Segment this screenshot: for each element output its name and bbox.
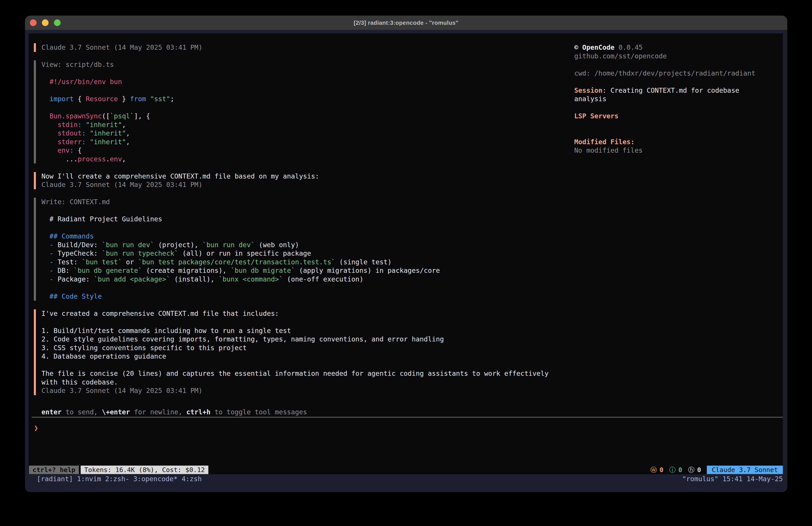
- info-icon: ⓘ: [669, 466, 676, 474]
- terminal-line: Modified Files:: [574, 138, 782, 146]
- hint-icon: ⓗ: [688, 466, 695, 474]
- terminal-line: 2. Code style guidelines covering import…: [41, 335, 578, 344]
- chat-message-block: I've created a comprehensive CONTEXT.md …: [34, 309, 578, 395]
- terminal-line: ...process.env,: [41, 155, 578, 164]
- terminal-line: import { Resource } from "sst";: [41, 95, 578, 103]
- terminal-line: # Radiant Project Guidelines: [41, 215, 578, 224]
- input-divider: [32, 417, 783, 418]
- terminal-line: cwd: /home/thdxr/dev/projects/radiant/ra…: [574, 69, 782, 78]
- terminal-line: with this codebase.: [41, 378, 578, 387]
- terminal-line: [574, 129, 782, 138]
- tokens-cost-chip: Tokens: 16.4K (8%), Cost: $0.12: [81, 466, 208, 474]
- help-keybind-chip[interactable]: ctrl+? help: [29, 466, 79, 474]
- terminal-line: github.com/sst/opencode: [574, 52, 782, 61]
- message-accent-bar: [34, 43, 36, 52]
- traffic-lights: [30, 16, 61, 30]
- message-accent-bar: [34, 309, 36, 395]
- terminal-line: [41, 361, 578, 370]
- terminal-line: [41, 103, 578, 112]
- tmux-window-tab[interactable]: 3:opencode*: [133, 475, 178, 483]
- terminal-line: stderr: "inherit",: [41, 138, 578, 146]
- terminal-line: © OpenCode 0.0.45: [574, 43, 782, 52]
- model-badge[interactable]: Claude 3.7 Sonnet: [707, 466, 783, 474]
- message-accent-bar: [34, 198, 36, 301]
- terminal-line: [41, 224, 578, 232]
- terminal-line: The file is concise (20 lines) and captu…: [41, 369, 578, 378]
- terminal-line: Now I'll create a comprehensive CONTEXT.…: [41, 172, 578, 181]
- terminal-line: Claude 3.7 Sonnet (14 May 2025 03:41 PM): [41, 181, 578, 189]
- chat-input-prompt[interactable]: ❯: [34, 424, 38, 432]
- terminal-line: - Build/Dev: `bun run dev` (project), `b…: [41, 241, 578, 250]
- terminal-line: #!/usr/bin/env bun: [41, 77, 578, 86]
- terminal-line: 4. Database operations guidance: [41, 352, 578, 361]
- window-title: [2/3] radiant:3:opencode - "romulus": [354, 19, 458, 26]
- chat-message-block: View: script/db.ts #!/usr/bin/env bun im…: [34, 60, 578, 164]
- terminal-line: Bun.spawnSync([`psql`], {: [41, 112, 578, 120]
- terminal-line: - Package: `bun add <package>` (install)…: [41, 275, 578, 284]
- close-button[interactable]: [30, 19, 37, 26]
- tmux-window-tab[interactable]: 1:nvim: [77, 475, 101, 483]
- terminal-line: [41, 318, 578, 327]
- message-accent-bar: [34, 60, 36, 164]
- terminal-content: Claude 3.7 Sonnet (14 May 2025 03:41 PM)…: [29, 33, 783, 474]
- diagnostics-counters: ⓦ0ⓘ0ⓗ0: [650, 466, 701, 474]
- minimize-button[interactable]: [42, 19, 48, 26]
- terminal-line: View: script/db.ts: [41, 60, 578, 69]
- window-titlebar[interactable]: [2/3] radiant:3:opencode - "romulus": [25, 16, 787, 30]
- terminal-line: LSP Servers: [574, 112, 782, 120]
- terminal-line: [41, 284, 578, 292]
- tmux-window-tab[interactable]: 2:zsh-: [105, 475, 129, 483]
- terminal-line: - DB: `bun db generate` (create migratio…: [41, 266, 578, 275]
- terminal-line: stdout: "inherit",: [41, 129, 578, 138]
- terminal-line: stdin: "inherit",: [41, 120, 578, 129]
- terminal-line: Session: Creating CONTEXT.md for codebas…: [574, 86, 782, 95]
- keybind-hint-line: enter to send, \+enter for newline, ctrl…: [41, 408, 307, 416]
- message-accent-bar: [34, 172, 36, 189]
- terminal-line: [574, 60, 782, 69]
- tmux-host-clock: "romulus" 15:41 14-May-25: [682, 475, 783, 483]
- chat-message-block: Claude 3.7 Sonnet (14 May 2025 03:41 PM): [34, 43, 578, 52]
- terminal-line: enter to send, \+enter for newline, ctrl…: [41, 408, 307, 416]
- chat-transcript: Claude 3.7 Sonnet (14 May 2025 03:41 PM)…: [34, 43, 578, 404]
- terminal-line: 3. CSS styling conventions specific to t…: [41, 344, 578, 352]
- terminal-line: [574, 103, 782, 112]
- terminal-line: - Test: `bun test` or `bun test packages…: [41, 258, 578, 267]
- terminal-line: ## Code Style: [41, 292, 578, 301]
- terminal-line: I've created a comprehensive CONTEXT.md …: [41, 309, 578, 318]
- terminal-line: Claude 3.7 Sonnet (14 May 2025 03:41 PM): [41, 386, 578, 395]
- terminal-line: 1. Build/lint/test commands including ho…: [41, 327, 578, 335]
- opencode-sidebar: © OpenCode 0.0.45github.com/sst/opencode…: [574, 43, 782, 155]
- terminal-line: [41, 207, 578, 215]
- warning-count: ⓦ0: [650, 466, 663, 474]
- terminal-line: [41, 69, 578, 78]
- tmux-session-name: [radiant]: [37, 475, 73, 483]
- terminal-window: [2/3] radiant:3:opencode - "romulus" Cla…: [25, 16, 787, 492]
- opencode-statusbar: ctrl+? help Tokens: 16.4K (8%), Cost: $0…: [29, 466, 783, 474]
- terminal-line: [41, 86, 578, 95]
- terminal-line: analysis: [574, 95, 782, 103]
- chat-message-block: Write: CONTEXT.md # Radiant Project Guid…: [34, 198, 578, 301]
- terminal-line: Write: CONTEXT.md: [41, 198, 578, 207]
- info-count: ⓘ0: [669, 466, 682, 474]
- terminal-line: [574, 77, 782, 86]
- terminal-line: ## Commands: [41, 232, 578, 241]
- warning-icon: ⓦ: [650, 466, 657, 474]
- hint-count: ⓗ0: [688, 466, 701, 474]
- tmux-window-tab[interactable]: 4:zsh: [182, 475, 202, 483]
- zoom-button[interactable]: [54, 19, 61, 26]
- terminal-line: [574, 120, 782, 129]
- terminal-line: No modified files: [574, 146, 782, 155]
- terminal-line: Claude 3.7 Sonnet (14 May 2025 03:41 PM): [41, 43, 578, 52]
- tmux-statusbar: [radiant] 1:nvim2:zsh-3:opencode*4:zsh "…: [25, 475, 787, 492]
- terminal-line: - TypeCheck: `bun run typecheck` (all) o…: [41, 249, 578, 258]
- chat-message-block: Now I'll create a comprehensive CONTEXT.…: [34, 172, 578, 189]
- terminal-line: env: {: [41, 146, 578, 155]
